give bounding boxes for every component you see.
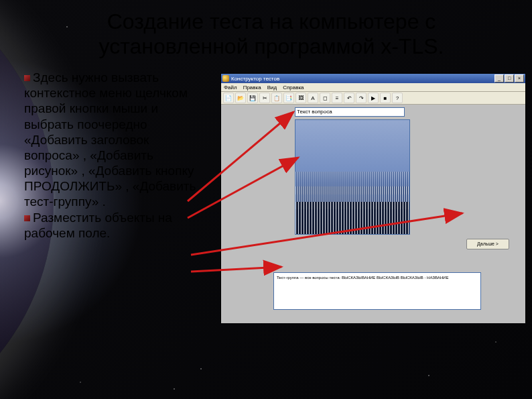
bullet-2: Разместить объекты на рабочем поле.	[24, 211, 172, 240]
image-icon[interactable]: 🖼	[295, 93, 306, 103]
play-icon[interactable]: ▶	[368, 93, 379, 103]
bullet-1: Здесь нужно вызвать контекстное меню щел…	[24, 70, 196, 209]
copy-icon[interactable]: 📋	[271, 93, 282, 103]
group-icon[interactable]: ≡	[332, 93, 342, 103]
new-icon[interactable]: 📄	[223, 93, 234, 103]
cut-icon[interactable]: ✂	[259, 93, 270, 103]
continue-button[interactable]: Дальше >	[466, 239, 509, 249]
menu-file[interactable]: Файл	[224, 84, 237, 91]
stop-icon[interactable]: ■	[380, 93, 391, 103]
app-title: Конструктор тестов	[231, 76, 279, 82]
help-icon[interactable]: ?	[392, 93, 403, 103]
paste-icon[interactable]: 📑	[283, 93, 294, 103]
slide-root: Создание теста на компьютере с установле…	[0, 0, 532, 399]
text-icon[interactable]: A	[308, 93, 318, 103]
app-toolbar: 📄 📂 💾 ✂ 📋 📑 🖼 A ◻ ≡ ↶ ↷ ▶ ■ ?	[221, 92, 525, 105]
question-title-field[interactable]: Текст вопроса	[295, 107, 405, 117]
image-trees-near	[295, 202, 409, 234]
redo-icon[interactable]: ↷	[356, 93, 367, 103]
slide-body: Здесь нужно вызвать контекстное меню щел…	[24, 70, 200, 241]
app-workspace[interactable]: Текст вопроса Дальше > Тест-группа — все…	[221, 105, 525, 323]
embedded-app-window: Конструктор тестов _ □ × Файл Правка Вид…	[221, 74, 525, 322]
undo-icon[interactable]: ↶	[344, 93, 354, 103]
question-image[interactable]	[295, 119, 410, 235]
button-icon[interactable]: ◻	[320, 93, 330, 103]
open-icon[interactable]: 📂	[235, 93, 246, 103]
app-menubar: Файл Правка Вид Справка	[221, 83, 525, 92]
menu-edit[interactable]: Правка	[243, 84, 261, 91]
save-icon[interactable]: 💾	[247, 93, 258, 103]
minimize-button[interactable]: _	[494, 74, 504, 82]
app-icon	[222, 75, 229, 82]
bullet-icon	[24, 215, 30, 221]
close-button[interactable]: ×	[515, 74, 524, 82]
menu-help[interactable]: Справка	[283, 84, 304, 91]
maximize-button[interactable]: □	[505, 74, 514, 82]
menu-view[interactable]: Вид	[267, 84, 277, 91]
app-titlebar: Конструктор тестов _ □ ×	[221, 74, 525, 83]
bullet-icon	[24, 75, 30, 81]
slide-title: Создание теста на компьютере с установле…	[50, 9, 492, 59]
test-group-box[interactable]: Тест-группа — все вопросы теста: ВЫСКАЗЫ…	[273, 272, 481, 310]
